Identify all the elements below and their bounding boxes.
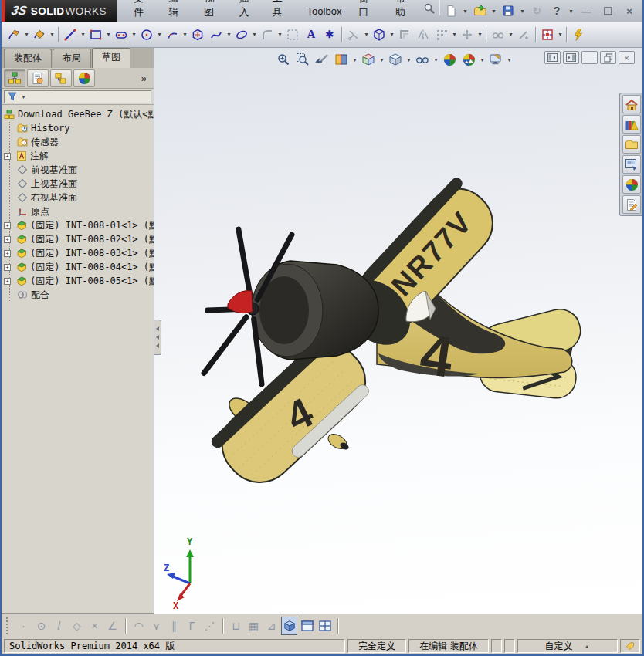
linear-sketch-pattern-button[interactable] [283, 24, 302, 46]
pattern-caret[interactable]: ▾ [451, 31, 458, 38]
help-button[interactable]: ? [547, 2, 566, 19]
configuration-manager-tab[interactable] [50, 69, 72, 87]
search-button[interactable] [422, 0, 436, 17]
view-settings-caret[interactable]: ▾ [506, 56, 513, 63]
sketch-fillet-button[interactable] [258, 24, 276, 46]
single-viewport-button[interactable] [299, 617, 315, 635]
corner-rectangle-button[interactable] [86, 24, 105, 46]
ellipse-button[interactable] [232, 24, 251, 46]
move-caret[interactable]: ▾ [476, 31, 483, 38]
menu-item-file[interactable]: 文件(F) [125, 0, 160, 22]
expand-icon[interactable]: + [4, 222, 11, 229]
display-style-caret[interactable]: ▾ [405, 56, 412, 63]
zoom-to-fit-button[interactable] [274, 50, 293, 69]
property-manager-tab[interactable] [27, 69, 49, 87]
convert-caret[interactable]: ▾ [388, 31, 395, 38]
trim-entities-button[interactable] [344, 24, 363, 46]
child-minimize-button[interactable]: — [581, 51, 598, 64]
menu-item-help[interactable]: 帮助(H) [387, 0, 422, 22]
sketch-caret[interactable]: ▾ [23, 31, 30, 38]
tangent-snap-button[interactable]: ◠ [130, 617, 147, 635]
status-tag-button[interactable] [620, 639, 640, 653]
tree-item-part-3[interactable]: + (固定) INT-008-03<1> (默认 [2, 246, 154, 260]
new-document-button[interactable] [442, 2, 460, 19]
move-entities-button[interactable] [458, 24, 476, 46]
rebuild-button[interactable]: ↻ [527, 2, 546, 19]
rectangle-caret[interactable]: ▾ [105, 31, 112, 38]
ordinate-snap-button[interactable]: ⊿ [263, 617, 280, 635]
straight-slot-button[interactable] [112, 24, 130, 46]
toolbar-grip[interactable] [6, 617, 9, 634]
menu-item-toolbox[interactable]: Toolbox [299, 0, 351, 22]
length-snap-button[interactable]: ⊔ [228, 617, 244, 635]
equation-button[interactable]: ✱ [320, 24, 339, 46]
mirror-entities-button[interactable] [414, 24, 432, 46]
quadrant-snap-button[interactable]: ◇ [69, 617, 85, 635]
appearances-tab[interactable] [73, 69, 95, 87]
centerpoint-arc-button[interactable] [163, 24, 181, 46]
tree-item-front-plane[interactable]: 前视基准面 [2, 163, 154, 177]
apply-scene-button[interactable] [459, 50, 478, 69]
convert-entities-button[interactable] [370, 24, 388, 46]
graphics-viewport[interactable]: 4 NR77V 4 [154, 48, 642, 614]
tree-item-top-plane[interactable]: 上视基准面 [2, 177, 154, 191]
circle-caret[interactable]: ▾ [156, 31, 163, 38]
tab-layout[interactable]: 布局 [53, 49, 91, 68]
child-restore-button[interactable] [600, 51, 616, 64]
line-button[interactable] [61, 24, 80, 46]
grid-snap-button[interactable]: ▦ [246, 617, 262, 635]
view-orientation-caret[interactable]: ▾ [378, 56, 385, 63]
3d-drawing-mode-button[interactable] [281, 617, 297, 635]
section-caret[interactable]: ▾ [351, 56, 358, 63]
expand-icon[interactable]: + [4, 153, 11, 160]
apply-scene-caret[interactable]: ▾ [479, 56, 486, 63]
hide-show-items-button[interactable] [413, 50, 432, 69]
new-dropdown-caret[interactable]: ▾ [462, 8, 469, 15]
tree-root-assembly[interactable]: Download GeeBee Z (默认<默认 [2, 107, 154, 121]
status-custom-caret[interactable]: ▴ [584, 643, 591, 650]
tree-item-sensors[interactable]: 传感器 [2, 135, 154, 149]
parallel-snap-button[interactable]: ∥ [166, 617, 182, 635]
spline-caret[interactable]: ▾ [225, 31, 232, 38]
status-custom[interactable]: 自定义 ▴ [517, 639, 618, 653]
circle-button[interactable] [137, 24, 156, 46]
display-relations-button[interactable] [489, 24, 507, 46]
expand-icon[interactable]: + [4, 278, 11, 285]
panel-overflow-button[interactable]: » [137, 73, 151, 84]
tree-item-part-1[interactable]: + (固定) INT-008-01<1> (默认 [2, 218, 154, 232]
fillet-caret[interactable]: ▾ [276, 31, 283, 38]
save-button[interactable] [499, 2, 517, 19]
ellipse-caret[interactable]: ▾ [251, 31, 258, 38]
design-library-button[interactable] [622, 115, 641, 134]
menu-item-edit[interactable]: 编辑(E) [160, 0, 195, 22]
spline-snap-button[interactable]: ⋰ [202, 617, 218, 635]
hide-show-caret[interactable]: ▾ [432, 56, 439, 63]
help-dropdown-caret[interactable]: ▾ [568, 8, 575, 15]
sketch-pattern-button[interactable] [432, 24, 451, 46]
display-style-button[interactable] [386, 50, 405, 69]
perpendicular-snap-button[interactable]: Γ [184, 617, 200, 635]
tree-item-part-5[interactable]: + (固定) INT-008-05<1> (默认 [2, 274, 154, 288]
tree-item-part-2[interactable]: + (固定) INT-008-02<1> (默认 [2, 232, 154, 246]
tab-sketch[interactable]: 草图 [92, 48, 130, 68]
menu-item-view[interactable]: 视图(V) [195, 0, 231, 22]
view-settings-button[interactable] [486, 50, 505, 69]
offset-entities-button[interactable] [395, 24, 414, 46]
file-explorer-button[interactable] [622, 135, 641, 154]
open-dropdown-caret[interactable]: ▾ [490, 8, 497, 15]
menu-item-tools[interactable]: 工具(T) [263, 0, 298, 22]
quick-snaps-button[interactable] [538, 24, 557, 46]
smart-dimension-button[interactable] [30, 24, 49, 46]
tree-item-origin[interactable]: 原点 [2, 205, 154, 218]
menu-item-insert[interactable]: 插入(I) [231, 0, 264, 22]
tree-item-annotations[interactable]: + 注解 [2, 149, 154, 163]
previous-view-button[interactable] [313, 50, 331, 69]
custom-properties-button[interactable] [622, 195, 641, 214]
expand-icon[interactable]: + [4, 250, 11, 257]
panel-splitter-handle[interactable] [154, 320, 161, 355]
menu-item-window[interactable]: 窗口(W) [350, 0, 387, 22]
section-view-button[interactable] [332, 50, 351, 69]
smart-dimension-caret[interactable]: ▾ [49, 31, 56, 38]
intersection-snap-button[interactable]: × [86, 617, 103, 635]
sketch-text-button[interactable]: A [302, 24, 320, 46]
